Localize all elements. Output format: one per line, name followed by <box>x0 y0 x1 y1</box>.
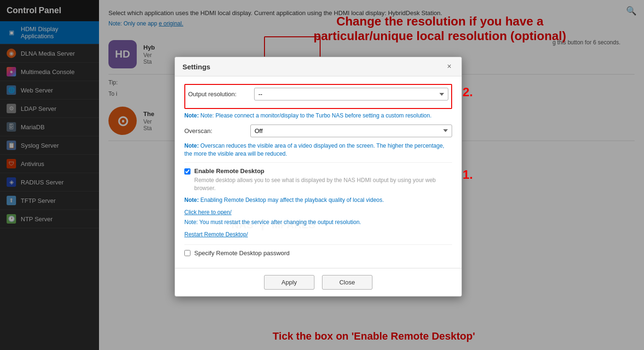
output-resolution-row: Output resolution: -- <box>188 88 448 100</box>
modal-title-bar: Settings × <box>175 57 462 76</box>
output-resolution-label: Output resolution: <box>188 91 254 98</box>
output-resolution-control: -- <box>254 88 448 100</box>
output-resolution-select[interactable]: -- <box>254 88 448 100</box>
settings-modal: Settings × Output resolution: -- 2. Note… <box>174 57 462 297</box>
click-here-link[interactable]: Click here to open/ <box>184 209 452 216</box>
modal-divider-1 <box>184 162 452 163</box>
modal-footer: Apply Close <box>175 268 462 296</box>
overscan-note: Note: Overscan reduces the visible area … <box>184 142 452 158</box>
modal-divider-2 <box>184 244 452 245</box>
specify-password-checkbox[interactable] <box>184 250 190 256</box>
close-button[interactable]: Close <box>322 275 372 290</box>
badge-1: 1. <box>462 167 473 182</box>
resolution-note: Note: Note: Please connect a monitor/dis… <box>184 112 452 120</box>
resolution-highlight-box: Output resolution: -- <box>184 84 452 109</box>
apply-button[interactable]: Apply <box>264 275 314 290</box>
overscan-label: Overscan: <box>184 127 250 134</box>
modal-title: Settings <box>182 63 210 71</box>
enable-remote-desktop-checkbox[interactable] <box>184 168 190 175</box>
remote-desktop-desc: Remote desktop allows you to see what is… <box>194 176 452 192</box>
remote-desktop-note: Note: Enabling Remote Desktop may affect… <box>184 196 452 204</box>
remote-desktop-section: Enable Remote Desktop Remote desktop all… <box>184 167 452 239</box>
overscan-control: Off On <box>250 125 452 137</box>
specify-password-row: Specify Remote Desktop password <box>184 250 452 257</box>
enable-remote-desktop-row: Enable Remote Desktop Remote desktop all… <box>184 167 452 192</box>
restart-note: Note: You must restart the service after… <box>184 218 452 226</box>
overscan-row: Overscan: Off On <box>184 125 452 137</box>
specify-password-label[interactable]: Specify Remote Desktop password <box>194 250 289 257</box>
restart-link[interactable]: Restart Remote Desktop/ <box>184 231 452 238</box>
enable-remote-desktop-label[interactable]: Enable Remote Desktop <box>194 167 264 175</box>
modal-close-button[interactable]: × <box>445 62 454 71</box>
modal-body: Output resolution: -- 2. Note: Note: Ple… <box>175 76 462 268</box>
overscan-select[interactable]: Off On <box>250 125 452 137</box>
badge-2: 2. <box>462 85 473 100</box>
